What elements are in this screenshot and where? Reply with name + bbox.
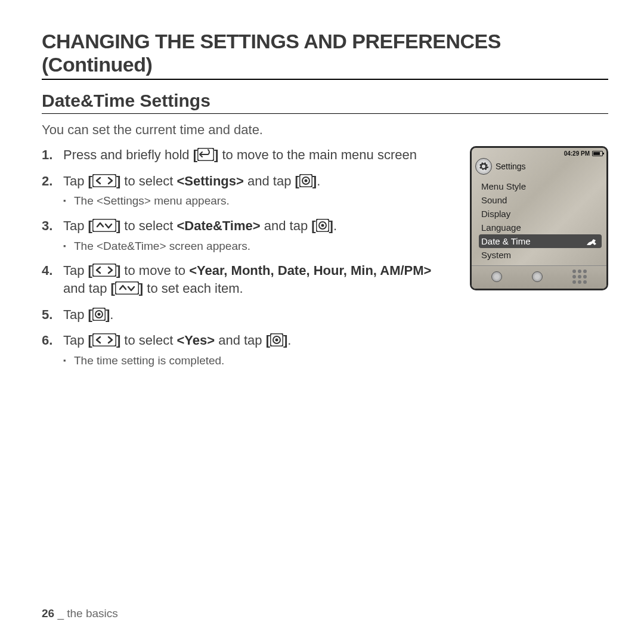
step-item: Press and briefly hold [] to move to the… bbox=[42, 146, 456, 164]
select-icon bbox=[299, 174, 312, 187]
step-item: Tap [] to select <Settings> and tap [].T… bbox=[42, 172, 456, 209]
select-icon bbox=[270, 333, 283, 346]
gear-icon bbox=[475, 158, 492, 175]
select-icon bbox=[92, 308, 106, 321]
device-menu-item: System bbox=[479, 248, 604, 262]
step-item: Tap [] to select <Date&Time> and tap [].… bbox=[42, 217, 456, 253]
step-sub: The time setting is completed. bbox=[63, 353, 456, 369]
device-menu-item: Date & Time bbox=[479, 234, 602, 248]
svg-point-4 bbox=[304, 179, 307, 182]
up-down-icon bbox=[115, 281, 139, 295]
page-number: 26 bbox=[42, 607, 54, 620]
left-right-icon bbox=[92, 174, 116, 187]
page-title: CHANGING THE SETTINGS AND PREFERENCES (C… bbox=[42, 30, 608, 80]
svg-point-13 bbox=[97, 312, 100, 315]
step-item: Tap [] to select <Yes> and tap [].The ti… bbox=[42, 332, 456, 368]
svg-point-8 bbox=[321, 224, 324, 227]
chapter-name: the basics bbox=[67, 607, 118, 620]
svg-point-17 bbox=[275, 339, 278, 342]
step-item: Tap [] to move to <Year, Month, Date, Ho… bbox=[42, 262, 456, 297]
step-sub: The <Settings> menu appears. bbox=[63, 193, 456, 209]
device-clock: 04:29 PM bbox=[564, 150, 590, 157]
page-footer: 26 _ the basics bbox=[42, 607, 118, 620]
left-right-icon bbox=[92, 264, 116, 277]
knob-icon bbox=[491, 271, 502, 282]
battery-icon bbox=[592, 151, 603, 156]
steps-column: Press and briefly hold [] to move to the… bbox=[42, 146, 456, 377]
step-sub: The <Date&Time> screen appears. bbox=[63, 239, 456, 254]
select-icon bbox=[316, 219, 329, 232]
device-menu-item: Sound bbox=[479, 193, 604, 207]
left-right-icon bbox=[92, 333, 116, 346]
back-icon bbox=[197, 148, 214, 161]
section-title: Date&Time Settings bbox=[42, 91, 608, 114]
knob-icon bbox=[532, 271, 543, 282]
intro-text: You can set the current time and date. bbox=[42, 122, 608, 138]
device-menu: Menu StyleSoundDisplayLanguageDate & Tim… bbox=[472, 178, 606, 265]
device-menu-item: Language bbox=[479, 221, 604, 234]
device-controls bbox=[472, 265, 606, 289]
footer-sep: _ bbox=[54, 607, 67, 620]
svg-rect-5 bbox=[92, 219, 116, 232]
up-down-icon bbox=[92, 219, 116, 232]
dotgrid-icon bbox=[572, 270, 587, 284]
runner-icon bbox=[584, 237, 599, 246]
svg-rect-10 bbox=[115, 282, 138, 295]
device-illustration: 04:29 PM Settings Menu StyleSoundDisplay… bbox=[470, 146, 608, 290]
device-header-label: Settings bbox=[496, 162, 526, 171]
device-menu-item: Display bbox=[479, 207, 604, 221]
device-menu-item: Menu Style bbox=[479, 179, 604, 193]
step-item: Tap []. bbox=[42, 306, 456, 324]
device-status-bar: 04:29 PM bbox=[472, 148, 606, 158]
